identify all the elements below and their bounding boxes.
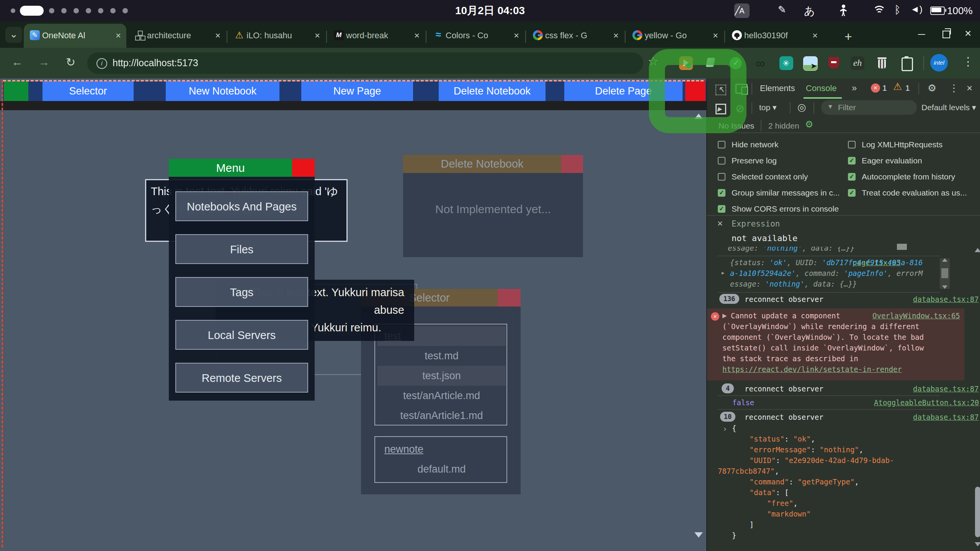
checkbox-label[interactable]: Show CORS errors in console: [732, 204, 839, 214]
source-link[interactable]: AtoggleableButton.tsx:20: [874, 398, 979, 407]
file-item[interactable]: test.json: [375, 366, 508, 386]
extension-trash-icon[interactable]: [875, 56, 889, 70]
tab-close-icon[interactable]: ×: [116, 30, 121, 41]
menu-item-remote-servers[interactable]: Remote Servers: [175, 363, 308, 393]
file-item[interactable]: default.md: [375, 459, 508, 479]
tab-close-icon[interactable]: ×: [514, 30, 519, 41]
tab-close-icon[interactable]: ×: [215, 30, 220, 41]
source-link[interactable]: database.tsx:87: [913, 295, 979, 303]
mini-scrollbar[interactable]: [940, 258, 950, 289]
tab-architecture[interactable]: architecture ×: [129, 24, 226, 48]
delete-notebook-close-button[interactable]: [561, 155, 583, 173]
checkbox-label[interactable]: Group similar messages in c...: [732, 188, 840, 197]
checkbox-group-similar[interactable]: ✓: [718, 189, 725, 197]
tab-search-chevron-icon[interactable]: ⌄: [5, 27, 22, 43]
source-link[interactable]: database.tsx:87: [913, 385, 979, 393]
menu-item-tags[interactable]: Tags: [175, 277, 308, 307]
context-selector[interactable]: top ▾: [759, 103, 777, 112]
devtools-scrollbar-up-icon[interactable]: [975, 248, 980, 252]
window-close-button[interactable]: ×: [965, 27, 972, 40]
tab-colors[interactable]: ≈ Colors - Co ×: [427, 24, 524, 48]
live-expression-eye-icon[interactable]: ◎: [797, 101, 806, 113]
console-filter-input[interactable]: ▼ Filter: [821, 100, 917, 115]
hidden-messages-label[interactable]: 2 hidden: [768, 121, 799, 130]
tab-onenote[interactable]: ✎ OneNote Al ×: [24, 24, 126, 48]
devtools-scrollbar-thumb[interactable]: [975, 487, 980, 537]
console-error-block[interactable]: × ▶ Cannot update a component OverlayWin…: [707, 308, 964, 380]
menu-item-files[interactable]: Files: [175, 234, 308, 264]
delete-notebook-title[interactable]: Delete Notebook: [403, 155, 561, 173]
more-tabs-icon[interactable]: »: [852, 83, 857, 93]
toolbar-new-notebook-button[interactable]: New Notebook: [166, 81, 279, 101]
devtools-settings-icon[interactable]: ⚙: [928, 82, 936, 94]
wifi-icon[interactable]: [873, 6, 884, 15]
file-item[interactable]: test.md: [375, 346, 508, 366]
url-text[interactable]: http://localhost:5173: [113, 57, 198, 68]
expand-triangle-icon[interactable]: ▶: [722, 312, 727, 319]
tab-yellow[interactable]: yellow - Go ×: [626, 24, 724, 48]
checkbox-eager-eval[interactable]: ✓: [848, 157, 856, 165]
menu-window-title[interactable]: Menu: [169, 159, 292, 177]
page-scrollbar-down-icon[interactable]: [694, 532, 703, 538]
extension-link-icon[interactable]: ∞: [753, 56, 767, 70]
checkbox-log-xhr[interactable]: [848, 141, 856, 148]
tab-close-icon[interactable]: ×: [613, 30, 619, 41]
selector-close-button[interactable]: [498, 289, 521, 307]
checkbox-label[interactable]: Selected context only: [732, 172, 808, 181]
toolbar-selector-button[interactable]: Selector: [42, 81, 134, 101]
devtools-scrollbar-down-icon[interactable]: [975, 542, 980, 546]
checkbox-selected-context[interactable]: [718, 173, 725, 181]
expression-close-icon[interactable]: ✕: [717, 219, 723, 228]
expand-triangle-icon[interactable]: ▸: [721, 268, 725, 277]
devtools-tab-console[interactable]: Console: [806, 83, 837, 93]
menu-item-local-servers[interactable]: Local Servers: [175, 320, 308, 350]
menu-item-notebooks-and-pages[interactable]: Notebooks And Pages: [175, 191, 308, 221]
accessibility-icon[interactable]: [839, 5, 848, 17]
console-object-preview[interactable]: essage: 'nothing', data: {…}}: [730, 280, 857, 288]
tab-close-icon[interactable]: ×: [414, 30, 420, 41]
menu-close-button[interactable]: [292, 159, 315, 177]
checkbox-label[interactable]: Treat code evaluation as us...: [862, 188, 967, 197]
devtools-kebab-icon[interactable]: ⋮: [949, 82, 959, 94]
source-link[interactable]: database.tsx:87: [913, 413, 979, 421]
volume-icon[interactable]: ◄): [910, 4, 923, 15]
new-tab-button[interactable]: +: [841, 29, 856, 44]
tab-ilo[interactable]: ⚠ iLO: husahu ×: [228, 24, 325, 48]
extension-chatgpt-icon[interactable]: ✳: [779, 56, 793, 70]
delete-notebook-window[interactable]: Delete Notebook Not Implemented yet...: [403, 155, 583, 257]
tab-close-icon[interactable]: ×: [315, 30, 320, 41]
file-item[interactable]: test/anArticle1.md: [375, 406, 508, 425]
tab-cssflex[interactable]: css flex - G ×: [527, 24, 624, 48]
site-info-icon[interactable]: i: [96, 58, 107, 69]
checkbox-autocomplete[interactable]: ✓: [848, 173, 856, 181]
console-object-preview[interactable]: {status: 'ok', UUID: 'db717fc4-f915-495a…: [730, 258, 923, 267]
warning-count-icon[interactable]: ⚠: [893, 81, 902, 93]
tab-close-icon[interactable]: ×: [812, 30, 818, 41]
checkbox-label[interactable]: Preserve log: [732, 156, 777, 165]
toolbar-delete-notebook-button[interactable]: Delete Notebook: [439, 81, 546, 101]
color-picker-icon[interactable]: ✎: [778, 4, 786, 16]
checkbox-treat-eval[interactable]: ✓: [848, 189, 856, 197]
console-object-preview[interactable]: a-1a10f5294a2e', command: 'pageInfo', er…: [730, 269, 923, 277]
extension-eh-badge[interactable]: eh: [851, 56, 864, 70]
back-icon[interactable]: ←: [11, 55, 23, 68]
collapse-chevron-icon[interactable]: ›: [722, 424, 727, 434]
forward-icon[interactable]: →: [38, 55, 50, 68]
tab-github[interactable]: hello30190f ×: [726, 24, 823, 48]
file-item[interactable]: test/anArticle.md: [375, 386, 508, 406]
error-link[interactable]: https://react.dev/link/setstate-in-rende…: [722, 365, 902, 373]
address-bar[interactable]: i http://localhost:5173: [87, 52, 643, 74]
default-levels-dropdown[interactable]: Default levels ▾: [921, 103, 976, 112]
extension-image-icon[interactable]: ➤: [803, 56, 818, 71]
checkbox-label[interactable]: Hide network: [732, 140, 779, 149]
battery-icon[interactable]: [930, 7, 945, 15]
error-count-icon[interactable]: ×: [871, 83, 880, 93]
checkbox-label[interactable]: Log XMLHttpRequests: [862, 140, 942, 149]
tab-wordbreak[interactable]: M word-break ×: [328, 24, 425, 48]
toolbar-green-block[interactable]: [4, 81, 28, 101]
extension-red-shield-icon[interactable]: [827, 56, 841, 70]
kana-input-icon[interactable]: あ: [804, 4, 815, 18]
tab-close-icon[interactable]: ×: [713, 30, 718, 41]
input-source-icon[interactable]: A: [734, 3, 750, 18]
devtools-close-icon[interactable]: ×: [967, 82, 972, 94]
